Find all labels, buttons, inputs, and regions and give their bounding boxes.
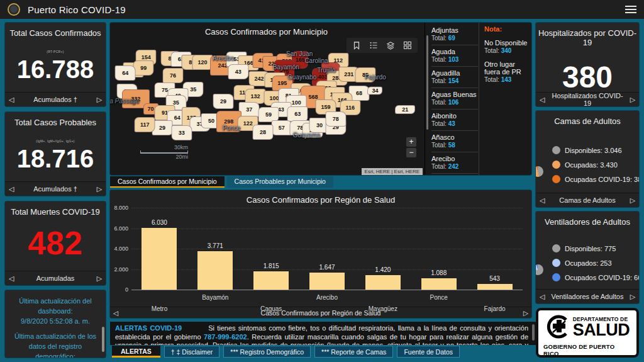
prev-arrow[interactable]: ◁ [5, 274, 18, 283]
chart-panel: Casos Confirmados por Región de Salud 8.… [110, 190, 531, 318]
footer-tab-fuente-de-datos[interactable]: Fuente de Datos [397, 346, 460, 358]
prev-arrow[interactable]: ◁ [536, 293, 548, 301]
legend-icon[interactable] [369, 41, 378, 50]
map-municipality[interactable]: 33 [171, 125, 192, 140]
map-municipality[interactable]: 78 [325, 111, 346, 127]
map-place-label: Arecibo [213, 54, 234, 61]
legend-dot [552, 273, 560, 281]
legend-row[interactable]: Ocupadas: 3.430 [552, 161, 639, 169]
municipality-list-item[interactable]: AguadaTotal: 103 [431, 45, 478, 67]
legend-row[interactable]: Disponibles: 3.046 [552, 146, 639, 154]
legend-dot [552, 259, 560, 267]
card-footer-label: Acumuladas [18, 274, 93, 282]
municipality-list-item[interactable]: AñascoTotal: 58 [431, 131, 478, 152]
footer-tab-alertas[interactable]: ALERTAS [112, 346, 160, 358]
municipality-list-item[interactable]: AreciboTotal: 242 [431, 152, 478, 174]
x-axis-label-arecibo: Arecibo [316, 294, 338, 301]
next-arrow[interactable]: ▷ [626, 96, 639, 104]
bar-fajardo[interactable] [477, 284, 513, 290]
bar-caguas[interactable] [253, 271, 289, 290]
map-place-label: Bayamón [273, 63, 299, 70]
legend-row[interactable]: Disponibles: 775 [552, 244, 639, 252]
map-municipality[interactable]: 28 [253, 125, 274, 140]
municipality-list-item[interactable]: AdjuntasTotal: 69 [431, 24, 478, 45]
municipality-list-item[interactable]: AibonitoTotal: 43 [431, 110, 478, 131]
x-axis-label-ponce: Ponce [430, 294, 448, 301]
prev-arrow[interactable]: ◁ [536, 96, 548, 104]
zoom-in-button[interactable]: + [406, 137, 416, 147]
prev-arrow[interactable]: ◁ [110, 309, 121, 317]
next-arrow[interactable]: ▷ [93, 185, 106, 193]
alert-scrollbar[interactable] [532, 324, 535, 341]
zoom-out-button[interactable]: − [406, 148, 416, 157]
municipality-list-item[interactable]: ArroyoTotal: 27 [431, 174, 478, 175]
map-municipality[interactable]: 76 [162, 68, 183, 83]
map-municipality[interactable]: 43 [228, 64, 248, 79]
map-tab-casos-confirmados-por-municipio[interactable]: Casos Confirmados por Municipio [110, 176, 225, 188]
legend-row[interactable]: Ocupados COVID-19: 66 [552, 273, 639, 281]
footer-tab--reporte-de-camas[interactable]: *** Reporte de Camas [314, 346, 393, 358]
municipality-list-item[interactable]: AguadillaTotal: 154 [431, 67, 478, 88]
salud-cross-icon [545, 314, 572, 340]
legend-label: Disponibles: 3.046 [565, 147, 622, 154]
map-municipality[interactable]: 34 [367, 86, 382, 94]
logo-line-3: GOBIERNO DE PUERTO RICO [543, 343, 631, 357]
legend-row[interactable]: Ocupadas COVID-19: 380 [552, 175, 639, 183]
update-card-scrollbar[interactable] [102, 327, 104, 352]
map-municipality[interactable]: 29 [213, 94, 233, 109]
bar-mayagüez[interactable] [365, 275, 401, 290]
map-scale-bar: 30km 20mi [140, 144, 188, 160]
scale-km-label: 30km [140, 144, 188, 150]
next-arrow[interactable]: ▷ [93, 274, 106, 283]
next-arrow[interactable]: ▷ [626, 293, 639, 301]
card-total-casos-confirmados: Total Casos Confirmados (RT-PCR+) 16.788… [5, 23, 106, 106]
nota-title: Nota: [484, 25, 529, 33]
x-axis-label-metro: Metro [152, 305, 168, 312]
map-viewport[interactable]: 1548863851202425316641322652816511210399… [110, 23, 423, 175]
probables-value: 18.716 [5, 145, 106, 173]
card-title: Hospitalizados por COVID-19 [536, 23, 639, 47]
map-panel: 1548863851202425316641322652816511210399… [110, 23, 531, 175]
nota-item: No DisponibleTotal: 340 [484, 39, 529, 54]
bookmark-icon[interactable] [352, 41, 361, 50]
footer-tab--registro-demogr-fico[interactable]: *** Registro Demográfico [223, 346, 311, 358]
map-municipality[interactable]: 63 [287, 106, 308, 122]
bar-ponce[interactable] [421, 278, 457, 290]
map-municipality[interactable]: 57 [271, 120, 292, 135]
bar-metro[interactable] [142, 228, 177, 290]
hamburger-menu-icon[interactable] [625, 6, 636, 13]
map-place-label: Guayama [292, 132, 319, 139]
bar-bayamón[interactable] [197, 251, 233, 290]
next-arrow[interactable]: ▷ [93, 96, 106, 104]
card-hospitalizados: Hospitalizados por COVID-19 380 ◁ Hospit… [536, 23, 639, 106]
legend-row[interactable]: Ocupados: 253 [552, 259, 639, 267]
muertes-value: 482 [5, 224, 106, 262]
basemap-icon[interactable] [403, 41, 412, 50]
card-total-muertes: Total Muertes COVID-19 482 ◁ Acumuladas … [5, 201, 106, 285]
prev-arrow[interactable]: ◁ [536, 196, 548, 205]
prev-arrow[interactable]: ◁ [5, 185, 18, 193]
map-municipality[interactable]: 64 [115, 65, 136, 81]
map-municipality[interactable]: 37 [239, 102, 260, 117]
map-place-label: San Juan [286, 50, 313, 57]
map-tab-casos-probables-por-municipio[interactable]: Casos Probables por Municipio [227, 176, 333, 188]
next-arrow[interactable]: ▷ [626, 196, 639, 205]
logo-line-2: SALUD [573, 322, 630, 337]
nota-panel: Nota: No DisponibleTotal: 340Otro lugar … [479, 23, 531, 175]
map-municipality[interactable]: 117 [135, 117, 155, 132]
app-title: Puerto Rico COVID-19 [28, 4, 126, 15]
layers-icon[interactable] [386, 41, 395, 50]
y-axis-tick: 6.000 [114, 225, 128, 232]
next-arrow[interactable]: ▷ [520, 309, 531, 317]
bar-arecibo[interactable] [309, 273, 345, 290]
map-municipality[interactable]: 21 [395, 105, 415, 114]
map-attribution: Esri, HERE | Esri, HERE [362, 168, 423, 175]
map-municipality[interactable]: 99 [133, 60, 154, 76]
prev-arrow[interactable]: ◁ [5, 96, 18, 104]
municipality-list-item[interactable]: Aguas BuenasTotal: 106 [431, 88, 478, 110]
municipality-list-scrollbar[interactable] [426, 35, 428, 130]
bar-value-label: 1.088 [431, 269, 447, 276]
app-header: Puerto Rico COVID-19 [0, 0, 644, 19]
footer-tab--disclaimer[interactable]: † ‡ Disclaimer [164, 346, 220, 358]
alert-phone-link[interactable]: 787-999-6202 [204, 333, 247, 341]
